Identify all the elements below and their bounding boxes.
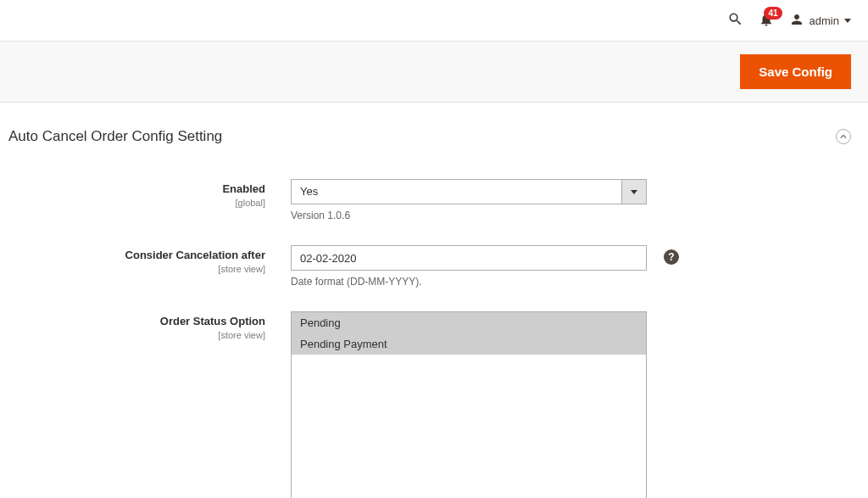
cancel-after-hint: Date format (DD-MM-YYYY). [291,276,672,288]
save-config-button[interactable]: Save Config [740,54,851,89]
notifications-button[interactable]: 41 [759,12,774,30]
order-status-multiselect[interactable]: Pending Pending Payment [291,311,647,498]
user-icon [789,12,804,30]
search-button[interactable] [727,11,743,30]
order-status-option[interactable]: Pending Payment [292,333,646,355]
chevron-down-icon [631,190,637,194]
enabled-select[interactable]: Yes [291,179,647,204]
section-title: Auto Cancel Order Config Setting [8,128,222,145]
field-order-status: Order Status Option [store view] Pending… [8,311,851,498]
field-scope-order-status: [store view] [8,330,265,340]
field-scope-cancel-after: [store view] [8,264,265,274]
order-status-option[interactable]: Pending [292,312,646,333]
field-label-order-status: Order Status Option [160,315,265,327]
content-area: Auto Cancel Order Config Setting Enabled… [0,103,868,498]
admin-menu-button[interactable]: admin [789,12,851,30]
admin-name-label: admin [810,14,839,27]
enabled-select-value: Yes [291,179,621,204]
field-label-cancel-after: Consider Cancelation after [125,249,265,261]
fieldset: Enabled [global] Yes Version 1.0.6 Consi… [8,155,851,498]
field-cancel-after: Consider Cancelation after [store view] … [8,245,851,288]
enabled-hint: Version 1.0.6 [291,210,672,221]
enabled-select-button[interactable] [621,179,647,204]
tooltip-icon[interactable]: ? [664,249,679,265]
notifications-badge: 41 [764,7,782,20]
top-bar: 41 admin [0,0,868,41]
field-scope-enabled: [global] [8,198,265,208]
action-bar: Save Config [0,41,868,103]
search-icon [727,11,743,30]
cancel-after-input[interactable] [291,245,647,271]
field-enabled: Enabled [global] Yes Version 1.0.6 [8,179,851,221]
chevron-down-icon [844,19,851,23]
section-header[interactable]: Auto Cancel Order Config Setting [8,128,851,155]
field-label-enabled: Enabled [222,182,265,195]
collapse-icon[interactable] [836,129,851,144]
